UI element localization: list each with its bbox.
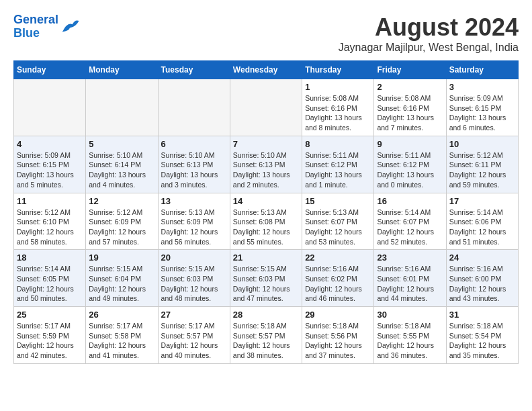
calendar-cell: 4Sunrise: 5:09 AM Sunset: 6:15 PM Daylig…	[14, 136, 86, 193]
calendar-cell: 9Sunrise: 5:11 AM Sunset: 6:12 PM Daylig…	[374, 136, 446, 193]
month-title: August 2024	[339, 13, 519, 42]
calendar-cell: 29Sunrise: 5:18 AM Sunset: 5:56 PM Dayli…	[302, 307, 374, 364]
logo-text: General Blue	[13, 13, 58, 40]
calendar-cell: 17Sunrise: 5:14 AM Sunset: 6:06 PM Dayli…	[446, 193, 518, 250]
calendar-cell	[86, 79, 158, 136]
day-info: Sunrise: 5:18 AM Sunset: 5:55 PM Dayligh…	[377, 321, 443, 361]
calendar-cell: 26Sunrise: 5:17 AM Sunset: 5:58 PM Dayli…	[86, 307, 158, 364]
day-number: 20	[161, 253, 227, 263]
day-number: 25	[17, 310, 83, 320]
calendar-body: 1Sunrise: 5:08 AM Sunset: 6:16 PM Daylig…	[14, 79, 519, 364]
day-number: 10	[449, 139, 515, 149]
day-info: Sunrise: 5:11 AM Sunset: 6:12 PM Dayligh…	[305, 150, 371, 190]
logo-blue: Blue	[13, 26, 40, 40]
day-info: Sunrise: 5:14 AM Sunset: 6:05 PM Dayligh…	[17, 264, 83, 304]
weekday-header-wednesday: Wednesday	[230, 61, 302, 79]
calendar-cell: 7Sunrise: 5:10 AM Sunset: 6:13 PM Daylig…	[230, 136, 302, 193]
calendar-cell: 12Sunrise: 5:12 AM Sunset: 6:09 PM Dayli…	[86, 193, 158, 250]
day-info: Sunrise: 5:10 AM Sunset: 6:13 PM Dayligh…	[233, 150, 299, 190]
calendar-cell: 19Sunrise: 5:15 AM Sunset: 6:04 PM Dayli…	[86, 250, 158, 307]
day-number: 9	[377, 139, 443, 149]
calendar-cell: 3Sunrise: 5:09 AM Sunset: 6:15 PM Daylig…	[446, 79, 518, 136]
day-info: Sunrise: 5:15 AM Sunset: 6:03 PM Dayligh…	[161, 264, 227, 304]
day-info: Sunrise: 5:15 AM Sunset: 6:04 PM Dayligh…	[89, 264, 154, 304]
calendar-week-row: 18Sunrise: 5:14 AM Sunset: 6:05 PM Dayli…	[14, 250, 519, 307]
day-info: Sunrise: 5:16 AM Sunset: 6:00 PM Dayligh…	[449, 264, 515, 304]
calendar-cell: 21Sunrise: 5:15 AM Sunset: 6:03 PM Dayli…	[230, 250, 302, 307]
title-area: August 2024 Jaynagar Majilpur, West Beng…	[339, 13, 519, 54]
calendar-cell: 27Sunrise: 5:17 AM Sunset: 5:57 PM Dayli…	[158, 307, 230, 364]
day-number: 31	[449, 310, 515, 320]
day-info: Sunrise: 5:08 AM Sunset: 6:16 PM Dayligh…	[305, 93, 371, 133]
calendar-cell: 10Sunrise: 5:12 AM Sunset: 6:11 PM Dayli…	[446, 136, 518, 193]
day-info: Sunrise: 5:13 AM Sunset: 6:07 PM Dayligh…	[305, 208, 371, 247]
day-number: 17	[449, 196, 515, 206]
day-info: Sunrise: 5:10 AM Sunset: 6:14 PM Dayligh…	[89, 150, 154, 190]
calendar-cell: 13Sunrise: 5:13 AM Sunset: 6:09 PM Dayli…	[158, 193, 230, 250]
day-number: 16	[377, 196, 443, 206]
weekday-header-friday: Friday	[374, 61, 446, 79]
day-info: Sunrise: 5:14 AM Sunset: 6:07 PM Dayligh…	[377, 208, 443, 247]
calendar-cell	[14, 79, 86, 136]
day-number: 1	[305, 82, 371, 92]
calendar-header: SundayMondayTuesdayWednesdayThursdayFrid…	[14, 61, 519, 79]
day-info: Sunrise: 5:12 AM Sunset: 6:10 PM Dayligh…	[17, 208, 83, 247]
calendar-cell: 28Sunrise: 5:18 AM Sunset: 5:57 PM Dayli…	[230, 307, 302, 364]
calendar-cell	[230, 79, 302, 136]
day-number: 23	[377, 253, 443, 263]
day-info: Sunrise: 5:18 AM Sunset: 5:54 PM Dayligh…	[449, 321, 515, 361]
day-info: Sunrise: 5:16 AM Sunset: 6:02 PM Dayligh…	[305, 264, 371, 304]
calendar-week-row: 11Sunrise: 5:12 AM Sunset: 6:10 PM Dayli…	[14, 193, 519, 250]
day-number: 24	[449, 253, 515, 263]
day-number: 27	[161, 310, 227, 320]
day-info: Sunrise: 5:12 AM Sunset: 6:09 PM Dayligh…	[89, 208, 154, 247]
day-number: 18	[17, 253, 83, 263]
calendar-cell: 20Sunrise: 5:15 AM Sunset: 6:03 PM Dayli…	[158, 250, 230, 307]
day-number: 13	[161, 196, 227, 206]
calendar-week-row: 25Sunrise: 5:17 AM Sunset: 5:59 PM Dayli…	[14, 307, 519, 364]
day-info: Sunrise: 5:15 AM Sunset: 6:03 PM Dayligh…	[233, 264, 299, 304]
day-number: 7	[233, 139, 299, 149]
day-info: Sunrise: 5:17 AM Sunset: 5:59 PM Dayligh…	[17, 321, 83, 361]
day-number: 14	[233, 196, 299, 206]
day-number: 2	[377, 82, 443, 92]
day-info: Sunrise: 5:13 AM Sunset: 6:08 PM Dayligh…	[233, 208, 299, 247]
day-number: 5	[89, 139, 154, 149]
calendar-cell: 5Sunrise: 5:10 AM Sunset: 6:14 PM Daylig…	[86, 136, 158, 193]
day-number: 6	[161, 139, 227, 149]
calendar-cell: 14Sunrise: 5:13 AM Sunset: 6:08 PM Dayli…	[230, 193, 302, 250]
day-info: Sunrise: 5:12 AM Sunset: 6:11 PM Dayligh…	[449, 150, 515, 190]
day-number: 21	[233, 253, 299, 263]
calendar-cell: 18Sunrise: 5:14 AM Sunset: 6:05 PM Dayli…	[14, 250, 86, 307]
day-number: 22	[305, 253, 371, 263]
day-number: 19	[89, 253, 154, 263]
calendar-cell: 23Sunrise: 5:16 AM Sunset: 6:01 PM Dayli…	[374, 250, 446, 307]
day-number: 11	[17, 196, 83, 206]
calendar-week-row: 1Sunrise: 5:08 AM Sunset: 6:16 PM Daylig…	[14, 79, 519, 136]
day-number: 28	[233, 310, 299, 320]
day-number: 8	[305, 139, 371, 149]
day-info: Sunrise: 5:09 AM Sunset: 6:15 PM Dayligh…	[449, 93, 515, 133]
day-info: Sunrise: 5:18 AM Sunset: 5:57 PM Dayligh…	[233, 321, 299, 361]
day-number: 29	[305, 310, 371, 320]
calendar-table: SundayMondayTuesdayWednesdayThursdayFrid…	[13, 60, 519, 364]
calendar-cell: 8Sunrise: 5:11 AM Sunset: 6:12 PM Daylig…	[302, 136, 374, 193]
day-info: Sunrise: 5:13 AM Sunset: 6:09 PM Dayligh…	[161, 208, 227, 247]
day-info: Sunrise: 5:16 AM Sunset: 6:01 PM Dayligh…	[377, 264, 443, 304]
calendar-cell: 22Sunrise: 5:16 AM Sunset: 6:02 PM Dayli…	[302, 250, 374, 307]
day-number: 30	[377, 310, 443, 320]
calendar-cell: 31Sunrise: 5:18 AM Sunset: 5:54 PM Dayli…	[446, 307, 518, 364]
day-info: Sunrise: 5:17 AM Sunset: 5:58 PM Dayligh…	[89, 321, 154, 361]
calendar-cell: 1Sunrise: 5:08 AM Sunset: 6:16 PM Daylig…	[302, 79, 374, 136]
logo-bird-icon	[60, 17, 80, 37]
calendar-week-row: 4Sunrise: 5:09 AM Sunset: 6:15 PM Daylig…	[14, 136, 519, 193]
logo-general: General	[13, 13, 58, 26]
day-info: Sunrise: 5:11 AM Sunset: 6:12 PM Dayligh…	[377, 150, 443, 190]
weekday-header-saturday: Saturday	[446, 61, 518, 79]
day-number: 3	[449, 82, 515, 92]
logo: General Blue	[13, 13, 80, 40]
day-number: 26	[89, 310, 154, 320]
calendar-cell: 2Sunrise: 5:08 AM Sunset: 6:16 PM Daylig…	[374, 79, 446, 136]
weekday-header-row: SundayMondayTuesdayWednesdayThursdayFrid…	[14, 61, 519, 79]
day-number: 4	[17, 139, 83, 149]
